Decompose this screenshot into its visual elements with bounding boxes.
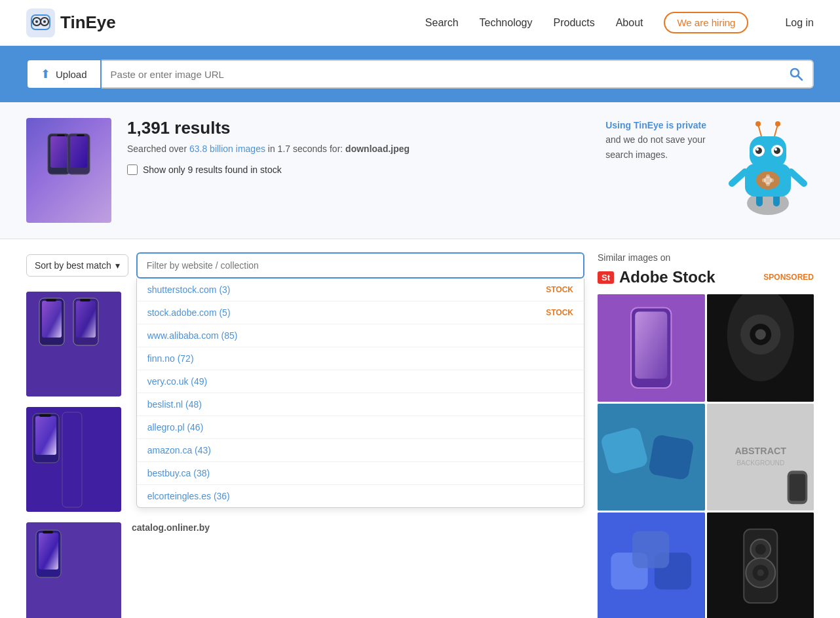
grid-img-0[interactable] (598, 294, 705, 402)
svg-text:ABSTRACT: ABSTRACT (735, 445, 786, 455)
svg-point-29 (755, 121, 761, 126)
result-image-0 (26, 292, 121, 396)
svg-rect-46 (35, 416, 56, 455)
phone-image-svg (43, 131, 95, 210)
dropdown-item-0[interactable]: shutterstock.com (3) STOCK (137, 279, 584, 301)
filter-row: Sort by best match ▾ shutterstock.com (3… (26, 252, 584, 279)
svg-rect-10 (57, 134, 65, 136)
adobe-stock-logo: St Adobe Stock SPONSORED (598, 268, 814, 286)
logo-icon (26, 9, 55, 37)
dropdown-item-5[interactable]: beslist.nl (48) (137, 393, 584, 416)
dropdown-item-9[interactable]: elcorteingles.es (36) (137, 485, 584, 507)
nav-search[interactable]: Search (425, 17, 459, 29)
dropdown-item-8[interactable]: bestbuy.ca (38) (137, 462, 584, 485)
adobe-name: Adobe Stock (619, 268, 716, 286)
nav-technology[interactable]: Technology (480, 17, 533, 29)
site-link-9[interactable]: elcorteingles.es (36) (147, 491, 230, 501)
site-link-1[interactable]: stock.adobe.com (5) (147, 307, 231, 318)
svg-text:BACKGROUND: BACKGROUND (736, 459, 784, 467)
stock-filter-checkbox[interactable]: Show only 9 results found in stock (127, 164, 590, 175)
grid-img-1[interactable] (707, 294, 814, 402)
svg-line-19 (732, 172, 745, 183)
svg-rect-43 (80, 299, 90, 301)
result-item-2: catalog.onliner.by (26, 522, 584, 618)
main-content: Sort by best match ▾ shutterstock.com (3… (0, 239, 840, 618)
dropdown-item-4[interactable]: very.co.uk (49) (137, 370, 584, 393)
upload-button[interactable]: ⬆ Upload (26, 59, 102, 89)
robot-mascot (722, 118, 814, 223)
result-thumb-1 (26, 407, 121, 512)
query-image (26, 118, 111, 223)
billion-link[interactable]: 63.8 billion images (189, 144, 265, 154)
grid-svg-4 (598, 512, 705, 618)
svg-point-33 (766, 174, 770, 178)
svg-point-34 (766, 182, 770, 186)
result-thumb-2 (26, 522, 121, 618)
svg-rect-72 (632, 531, 669, 568)
svg-line-7 (798, 76, 803, 81)
site-link-7[interactable]: amazon.ca (43) (147, 445, 211, 455)
search-section: ⬆ Upload (0, 46, 840, 102)
svg-rect-47 (39, 414, 51, 417)
hiring-button[interactable]: We are hiring (664, 12, 748, 33)
svg-rect-13 (77, 134, 85, 136)
dropdown-item-1[interactable]: stock.adobe.com (5) STOCK (137, 301, 584, 324)
left-panel: Sort by best match ▾ shutterstock.com (3… (26, 252, 584, 618)
site-link-8[interactable]: bestbuy.ca (38) (147, 468, 210, 478)
grid-svg-5 (707, 512, 814, 618)
grid-svg-2 (598, 404, 705, 511)
badge-1: STOCK (546, 308, 573, 317)
result-image-1 (26, 407, 121, 512)
login-link[interactable]: Log in (785, 17, 814, 29)
filter-input[interactable] (136, 252, 584, 279)
results-header-section: 1,391 results Searched over 63.8 billion… (0, 102, 840, 239)
dropdown-item-6[interactable]: allegro.pl (46) (137, 416, 584, 439)
privacy-line2: and we do not save your (605, 134, 706, 145)
results-info: 1,391 results Searched over 63.8 billion… (127, 118, 590, 175)
site-link-5[interactable]: beslist.nl (48) (147, 399, 202, 410)
robot-svg (722, 118, 814, 223)
svg-rect-9 (50, 136, 67, 168)
site-link-4[interactable]: very.co.uk (49) (147, 376, 208, 387)
meta-mid: in 1.7 seconds for: (268, 144, 345, 154)
svg-point-27 (774, 148, 777, 151)
site-link-6[interactable]: allegro.pl (46) (147, 422, 204, 433)
svg-point-35 (762, 178, 766, 182)
privacy-line3: search images. (605, 149, 668, 160)
svg-point-3 (35, 20, 38, 23)
site-link-3[interactable]: finn.no (72) (147, 353, 194, 364)
url-input[interactable] (102, 60, 780, 88)
results-meta: Searched over 63.8 billion images in 1.7… (127, 144, 590, 154)
result-image-2 (26, 522, 121, 618)
upload-label: Upload (56, 69, 87, 80)
stock-label: Show only 9 results found in stock (143, 164, 282, 175)
grid-svg-0 (598, 294, 705, 402)
sort-label: Sort by best match (35, 260, 111, 271)
navbar: TinEye Search Technology Products About … (0, 0, 840, 46)
sort-select[interactable]: Sort by best match ▾ (26, 254, 128, 277)
nav-about[interactable]: About (616, 17, 643, 29)
logo[interactable]: TinEye (26, 9, 116, 37)
dropdown-item-2[interactable]: www.alibaba.com (85) (137, 324, 584, 347)
search-icon (789, 67, 803, 81)
grid-img-5[interactable] (707, 512, 814, 618)
result-site-2: catalog.onliner.by (132, 522, 584, 533)
svg-rect-39 (42, 301, 62, 338)
result-thumb-0 (26, 292, 121, 396)
badge-0: STOCK (546, 285, 573, 294)
grid-img-3[interactable]: ABSTRACT BACKGROUND (707, 404, 814, 511)
chevron-down-icon: ▾ (115, 260, 120, 271)
grid-svg-1 (707, 294, 814, 402)
svg-rect-42 (76, 301, 96, 338)
search-button[interactable] (780, 60, 814, 88)
grid-img-2[interactable] (598, 404, 705, 511)
site-link-2[interactable]: www.alibaba.com (85) (147, 330, 238, 341)
dropdown-item-3[interactable]: finn.no (72) (137, 347, 584, 370)
filename: download.jpeg (345, 144, 410, 154)
site-link-0[interactable]: shutterstock.com (3) (147, 284, 231, 295)
dropdown-item-7[interactable]: amazon.ca (43) (137, 439, 584, 462)
grid-img-4[interactable] (598, 512, 705, 618)
nav-links: Search Technology Products About We are … (425, 12, 749, 33)
nav-products[interactable]: Products (554, 17, 595, 29)
stock-checkbox-input[interactable] (127, 164, 138, 175)
